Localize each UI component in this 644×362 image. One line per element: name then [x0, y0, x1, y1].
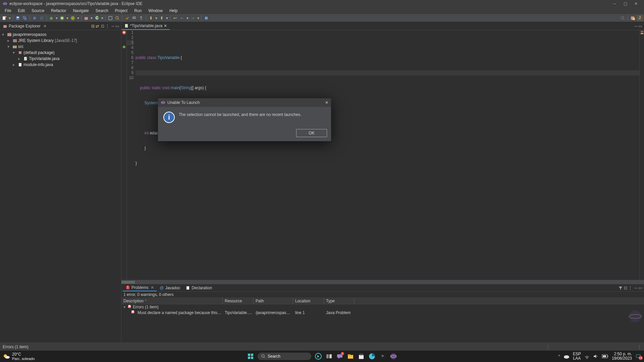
svg-line-66: [264, 357, 265, 358]
svg-rect-63: [248, 357, 250, 359]
search-icon: [261, 354, 266, 359]
volume-icon[interactable]: [593, 354, 598, 359]
search-placeholder: Search: [268, 354, 280, 359]
svg-marker-71: [338, 358, 340, 359]
svg-rect-61: [248, 354, 250, 356]
svg-point-82: [586, 358, 587, 359]
dialog-message: The selection cannot be launched, and th…: [179, 112, 302, 117]
task-view-icon[interactable]: [325, 353, 333, 360]
dialog-title: Unable To Launch: [167, 100, 200, 105]
weather-widget[interactable]: 20°C Parc. soleado: [3, 352, 35, 361]
tray-chevron-icon[interactable]: ^: [558, 354, 560, 359]
dialog-close-icon[interactable]: ✕: [325, 100, 328, 105]
svg-rect-64: [251, 357, 253, 359]
taskbar-search[interactable]: Search: [258, 353, 311, 360]
battery-icon[interactable]: [602, 354, 608, 358]
dialog-overlay: Unable To Launch ✕ i The selection canno…: [0, 0, 644, 362]
weather-desc: Parc. soleado: [12, 357, 35, 361]
eclipse-icon: [161, 100, 165, 105]
clock[interactable]: 2:50 p. m.19/06/2023: [612, 352, 632, 361]
weather-temp: 20°C: [12, 352, 35, 357]
svg-point-79: [390, 353, 396, 359]
eclipse-taskbar-icon[interactable]: [390, 353, 397, 360]
chat-icon[interactable]: 1: [336, 353, 343, 360]
info-icon: i: [163, 112, 175, 123]
svg-rect-73: [348, 354, 351, 356]
svg-rect-69: [329, 354, 332, 358]
bing-icon[interactable]: [315, 353, 322, 360]
windows-taskbar[interactable]: 20°C Parc. soleado Search 1 > ^ ESPLAA 2…: [0, 351, 644, 362]
edge-icon[interactable]: [368, 353, 376, 360]
svg-rect-62: [251, 354, 253, 356]
svg-point-65: [262, 355, 264, 357]
onedrive-icon[interactable]: [564, 353, 570, 359]
wifi-icon[interactable]: [584, 354, 590, 359]
explorer-icon[interactable]: [347, 353, 354, 360]
weather-icon: [3, 353, 10, 360]
svg-point-57: [161, 101, 165, 105]
language-indicator[interactable]: ESPLAA: [573, 352, 581, 361]
svg-rect-86: [603, 355, 606, 357]
svg-rect-74: [359, 355, 364, 359]
terminal-icon[interactable]: >: [379, 353, 386, 360]
svg-text:>: >: [381, 354, 384, 358]
ok-button[interactable]: OK: [296, 129, 327, 137]
svg-rect-85: [607, 356, 608, 357]
svg-point-81: [564, 355, 569, 359]
store-icon[interactable]: [358, 353, 365, 360]
notifications-icon[interactable]: 13: [635, 353, 641, 359]
svg-marker-83: [594, 355, 596, 358]
svg-point-60: [5, 356, 10, 359]
unable-to-launch-dialog: Unable To Launch ✕ i The selection canno…: [158, 98, 331, 141]
start-icon[interactable]: [247, 353, 254, 360]
svg-rect-68: [326, 354, 329, 358]
